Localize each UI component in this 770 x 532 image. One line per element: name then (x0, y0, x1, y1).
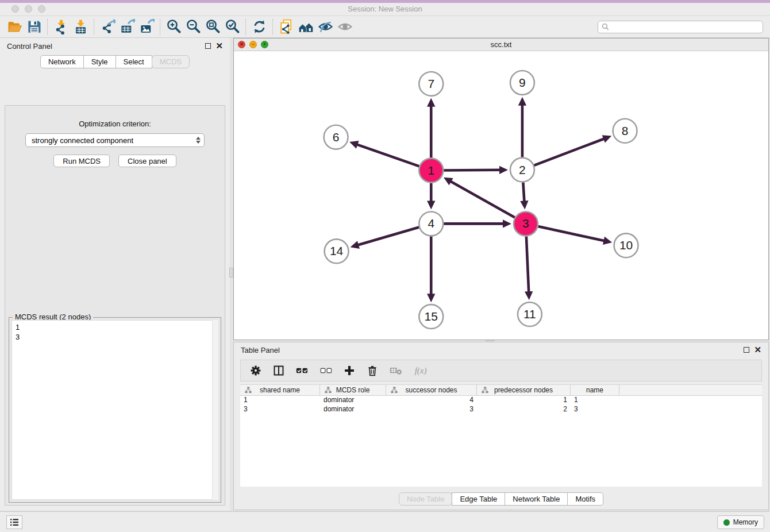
edge-3-1[interactable] (449, 180, 515, 217)
column-header-predecessor-nodes[interactable]: predecessor nodes (477, 385, 571, 395)
edge-arrowhead (518, 97, 526, 106)
vertical-splitter-handle[interactable] (229, 268, 233, 277)
tab-edge-table[interactable]: Edge Table (452, 492, 505, 506)
node-label: 8 (622, 124, 629, 137)
tab-mcds[interactable]: MCDS (152, 55, 190, 68)
edge-3-11[interactable] (526, 236, 529, 294)
edge-2-3[interactable] (523, 183, 524, 203)
close-panel-icon[interactable]: ✕ (215, 43, 223, 49)
delete-column-button[interactable] (367, 365, 378, 376)
mcds-result-scrollbar[interactable] (212, 320, 218, 500)
run-mcds-button[interactable]: Run MCDS (53, 155, 110, 167)
table-row[interactable]: 1dominator411 (240, 396, 762, 405)
network-graph: 7968124314101511 (234, 51, 768, 340)
graph-node-7[interactable]: 7 (419, 72, 443, 96)
graph-node-10[interactable]: 10 (614, 233, 638, 257)
network-close-button[interactable]: ✕ (238, 41, 245, 48)
apply-layout-button[interactable] (296, 18, 315, 36)
show-all-button[interactable] (335, 18, 355, 36)
table-cell[interactable]: 1 (571, 396, 619, 405)
save-session-button[interactable] (24, 18, 44, 36)
optimization-criterion-value: strongly connected component (32, 136, 133, 145)
tab-motifs[interactable]: Motifs (567, 492, 603, 506)
column-header-name[interactable]: name (571, 385, 619, 395)
graph-node-8[interactable]: 8 (613, 119, 637, 143)
tab-network-table[interactable]: Network Table (505, 492, 568, 506)
hide-selected-button[interactable] (315, 18, 335, 36)
function-builder-button: f(x) (414, 365, 430, 376)
table-cell[interactable]: 1 (477, 396, 571, 405)
export-table-button[interactable] (117, 18, 137, 36)
search-input[interactable] (612, 23, 759, 31)
add-column-button[interactable] (344, 365, 355, 376)
zoom-fit-button[interactable] (203, 18, 222, 36)
table-cell[interactable]: dominator (320, 396, 386, 405)
graph-node-3[interactable]: 3 (514, 211, 538, 236)
new-network-from-selection-button[interactable] (276, 18, 296, 36)
mcds-result-text[interactable]: 13 (11, 320, 218, 500)
command-panel-button[interactable] (6, 515, 22, 529)
graph-node-14[interactable]: 14 (325, 239, 349, 263)
deselect-all-icon (320, 365, 333, 376)
edge-3-10[interactable] (538, 226, 606, 241)
network-minimize-button[interactable]: − (249, 41, 257, 48)
edge-1-2[interactable] (444, 170, 502, 171)
table-cell[interactable]: dominator (320, 405, 386, 414)
import-network-button[interactable] (51, 18, 71, 36)
select-all-icon (296, 365, 309, 376)
graph-node-6[interactable]: 6 (324, 125, 348, 149)
zoom-selected-button[interactable] (222, 18, 242, 36)
memory-button[interactable]: Memory (717, 515, 764, 529)
table-panel: Table Panel ✕ f(x) shared nameMCDS roles… (233, 342, 769, 510)
table-cell[interactable]: 2 (477, 405, 571, 414)
export-network-button[interactable] (98, 18, 117, 36)
refresh-view-button[interactable] (249, 18, 269, 36)
graph-node-2[interactable]: 2 (510, 158, 534, 182)
float-panel-icon[interactable] (205, 43, 211, 49)
node-table[interactable]: shared nameMCDS rolesuccessor nodesprede… (240, 384, 762, 487)
tab-style[interactable]: Style (83, 55, 116, 68)
deselect-all-button[interactable] (320, 365, 333, 376)
optimization-criterion-select[interactable]: strongly connected component (25, 133, 205, 147)
edge-arrowhead (427, 201, 435, 209)
float-table-panel-icon[interactable] (744, 347, 749, 353)
zoom-in-button[interactable] (164, 18, 183, 36)
graph-node-15[interactable]: 15 (419, 304, 443, 329)
select-all-button[interactable] (296, 365, 309, 376)
graph-node-1[interactable]: 1 (419, 159, 443, 183)
table-cell[interactable]: 4 (386, 396, 477, 405)
tab-network[interactable]: Network (40, 55, 84, 68)
column-header-MCDS-role[interactable]: MCDS role (320, 385, 386, 395)
network-maximize-button[interactable]: + (261, 41, 268, 48)
table-settings-button[interactable] (250, 365, 261, 376)
function-builder-icon: f(x) (414, 365, 430, 376)
toggle-columns-button[interactable] (273, 365, 284, 376)
table-cell[interactable]: 3 (386, 405, 477, 414)
graph-node-9[interactable]: 9 (510, 71, 534, 95)
close-table-panel-icon[interactable]: ✕ (754, 347, 761, 353)
import-table-button[interactable] (71, 18, 90, 36)
graph-node-4[interactable]: 4 (419, 211, 443, 236)
column-header-shared-name[interactable]: shared name (240, 385, 320, 395)
table-cell[interactable]: 3 (240, 405, 320, 414)
edge-2-8[interactable] (534, 138, 606, 165)
export-image-button[interactable] (137, 18, 156, 36)
network-canvas[interactable]: 7968124314101511 (234, 51, 768, 340)
table-panel-tabs: Node TableEdge TableNetwork TableMotifs (234, 492, 768, 506)
graph-node-11[interactable]: 11 (518, 302, 542, 326)
close-panel-button[interactable]: Close panel (118, 155, 176, 167)
open-file-button[interactable] (5, 18, 24, 36)
edge-4-14[interactable] (356, 228, 419, 246)
table-cell[interactable]: 3 (571, 405, 619, 414)
table-row[interactable]: 3dominator323 (240, 405, 762, 414)
network-window-titlebar[interactable]: ✕ − + scc.txt (234, 38, 768, 51)
node-label: 7 (428, 77, 434, 90)
zoom-out-button[interactable] (183, 18, 203, 36)
node-label: 10 (619, 238, 633, 252)
edge-1-6[interactable] (355, 144, 419, 167)
column-header-successor-nodes[interactable]: successor nodes (386, 385, 477, 395)
search-box[interactable] (598, 21, 763, 33)
tab-select[interactable]: Select (116, 55, 152, 68)
table-cell[interactable]: 1 (240, 396, 320, 405)
tab-node-table[interactable]: Node Table (399, 492, 453, 506)
